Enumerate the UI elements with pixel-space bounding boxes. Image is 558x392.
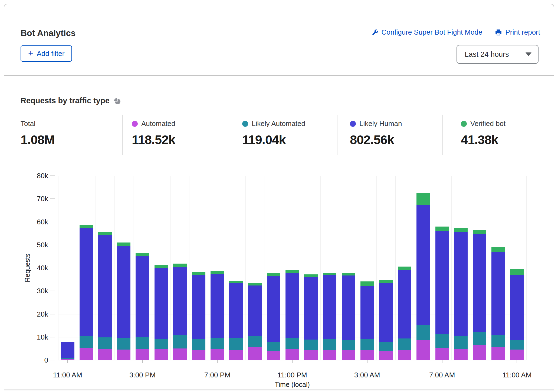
bar-segment-likely-automated[interactable] — [98, 337, 112, 349]
bar-segment-verified-bot[interactable] — [379, 280, 393, 283]
bar-segment-verified-bot[interactable] — [342, 273, 355, 275]
configure-bot-fight-mode-link[interactable]: Configure Super Bot Fight Mode — [372, 28, 482, 36]
add-filter-button[interactable]: + Add filter — [21, 45, 72, 62]
bar-segment-automated[interactable] — [248, 347, 262, 360]
bar-segment-likely-human[interactable] — [229, 283, 243, 338]
bar-segment-likely-automated[interactable] — [342, 340, 355, 350]
bar-segment-likely-automated[interactable] — [379, 342, 393, 351]
bar-segment-likely-human[interactable] — [267, 276, 280, 342]
bar-segment-likely-automated[interactable] — [398, 338, 411, 350]
bar-segment-likely-automated[interactable] — [80, 336, 93, 348]
bar-segment-verified-bot[interactable] — [491, 247, 505, 252]
bar-segment-likely-human[interactable] — [80, 228, 93, 337]
bar-segment-likely-automated[interactable] — [285, 338, 299, 349]
bar-segment-automated[interactable] — [192, 350, 205, 360]
bar-segment-verified-bot[interactable] — [155, 265, 168, 268]
bar-segment-verified-bot[interactable] — [173, 264, 187, 267]
bar-segment-automated[interactable] — [398, 350, 411, 360]
bar-segment-verified-bot[interactable] — [510, 269, 524, 275]
bar-segment-verified-bot[interactable] — [285, 270, 299, 273]
bar-segment-verified-bot[interactable] — [416, 193, 430, 205]
bar-segment-likely-human[interactable] — [416, 205, 430, 324]
bar-segment-automated[interactable] — [211, 349, 224, 360]
bar-segment-verified-bot[interactable] — [192, 272, 205, 275]
bar-segment-likely-human[interactable] — [435, 231, 449, 334]
bar-segment-likely-human[interactable] — [61, 342, 74, 358]
bar-segment-verified-bot[interactable] — [136, 253, 149, 256]
bar-segment-automated[interactable] — [136, 349, 149, 360]
bar-segment-likely-automated[interactable] — [173, 335, 187, 348]
bar-segment-likely-human[interactable] — [136, 256, 149, 337]
bar-segment-verified-bot[interactable] — [61, 342, 74, 343]
bar-segment-likely-automated[interactable] — [491, 335, 505, 347]
bar-segment-automated[interactable] — [98, 349, 112, 360]
bar-segment-automated[interactable] — [80, 348, 93, 360]
bar-segment-likely-human[interactable] — [323, 275, 336, 338]
bar-segment-verified-bot[interactable] — [435, 227, 449, 231]
bar-segment-automated[interactable] — [267, 351, 280, 360]
bar-segment-verified-bot[interactable] — [267, 273, 280, 276]
bar-segment-likely-automated[interactable] — [360, 339, 374, 350]
bar-segment-likely-automated[interactable] — [304, 340, 318, 350]
bar-segment-verified-bot[interactable] — [323, 273, 336, 275]
bar-segment-automated[interactable] — [61, 359, 74, 360]
bar-segment-likely-automated[interactable] — [267, 342, 280, 351]
bar-segment-verified-bot[interactable] — [211, 271, 224, 274]
bar-segment-likely-automated[interactable] — [155, 339, 168, 349]
bar-segment-likely-automated[interactable] — [248, 336, 262, 347]
bar-segment-likely-human[interactable] — [379, 283, 393, 342]
bar-segment-likely-human[interactable] — [473, 234, 486, 332]
bar-segment-likely-human[interactable] — [454, 232, 468, 336]
bar-segment-likely-human[interactable] — [342, 275, 355, 340]
bar-segment-likely-human[interactable] — [491, 252, 505, 335]
print-report-link[interactable]: Print report — [495, 28, 540, 36]
bar-segment-likely-human[interactable] — [211, 274, 224, 338]
bar-segment-likely-automated[interactable] — [117, 338, 130, 350]
bar-segment-likely-human[interactable] — [117, 246, 130, 338]
bar-segment-likely-human[interactable] — [285, 273, 299, 338]
bar-segment-automated[interactable] — [173, 348, 187, 360]
bar-segment-automated[interactable] — [229, 350, 243, 360]
bar-segment-verified-bot[interactable] — [473, 230, 486, 234]
bar-segment-likely-automated[interactable] — [473, 332, 486, 345]
bar-segment-likely-automated[interactable] — [454, 336, 468, 349]
bar-segment-likely-human[interactable] — [155, 268, 168, 339]
bar-segment-verified-bot[interactable] — [304, 274, 318, 277]
bar-segment-likely-human[interactable] — [360, 286, 374, 339]
bar-segment-verified-bot[interactable] — [98, 232, 112, 235]
bar-segment-automated[interactable] — [360, 350, 374, 360]
bar-segment-automated[interactable] — [416, 340, 430, 360]
bar-segment-automated[interactable] — [491, 347, 505, 360]
bar-segment-verified-bot[interactable] — [360, 281, 374, 285]
bar-segment-likely-human[interactable] — [510, 275, 524, 340]
bar-segment-likely-automated[interactable] — [192, 339, 205, 350]
bar-segment-likely-automated[interactable] — [510, 340, 524, 350]
bar-segment-likely-human[interactable] — [98, 235, 112, 338]
bar-segment-likely-automated[interactable] — [323, 339, 336, 350]
bar-segment-likely-automated[interactable] — [61, 358, 74, 359]
bar-segment-verified-bot[interactable] — [398, 267, 411, 270]
bar-segment-automated[interactable] — [473, 345, 486, 360]
bar-segment-automated[interactable] — [435, 348, 449, 360]
bar-segment-automated[interactable] — [379, 351, 393, 360]
bar-segment-automated[interactable] — [117, 350, 130, 360]
bar-segment-automated[interactable] — [454, 349, 468, 360]
bar-segment-automated[interactable] — [510, 350, 524, 360]
bar-segment-likely-human[interactable] — [192, 275, 205, 339]
bar-segment-likely-human[interactable] — [173, 267, 187, 335]
bar-segment-likely-automated[interactable] — [416, 325, 430, 340]
bar-segment-verified-bot[interactable] — [117, 242, 130, 246]
bar-segment-likely-human[interactable] — [248, 285, 262, 336]
bar-segment-automated[interactable] — [304, 350, 318, 360]
bar-segment-likely-automated[interactable] — [136, 337, 149, 349]
bar-segment-automated[interactable] — [285, 349, 299, 360]
bar-segment-likely-automated[interactable] — [211, 338, 224, 349]
bar-segment-automated[interactable] — [323, 350, 336, 360]
bar-segment-verified-bot[interactable] — [248, 283, 262, 285]
bar-segment-automated[interactable] — [342, 350, 355, 360]
bar-segment-likely-automated[interactable] — [435, 334, 449, 348]
bar-segment-likely-human[interactable] — [304, 277, 318, 340]
bar-segment-verified-bot[interactable] — [80, 225, 93, 228]
bar-segment-likely-automated[interactable] — [229, 338, 243, 350]
time-range-select[interactable]: Last 24 hours — [457, 45, 539, 64]
